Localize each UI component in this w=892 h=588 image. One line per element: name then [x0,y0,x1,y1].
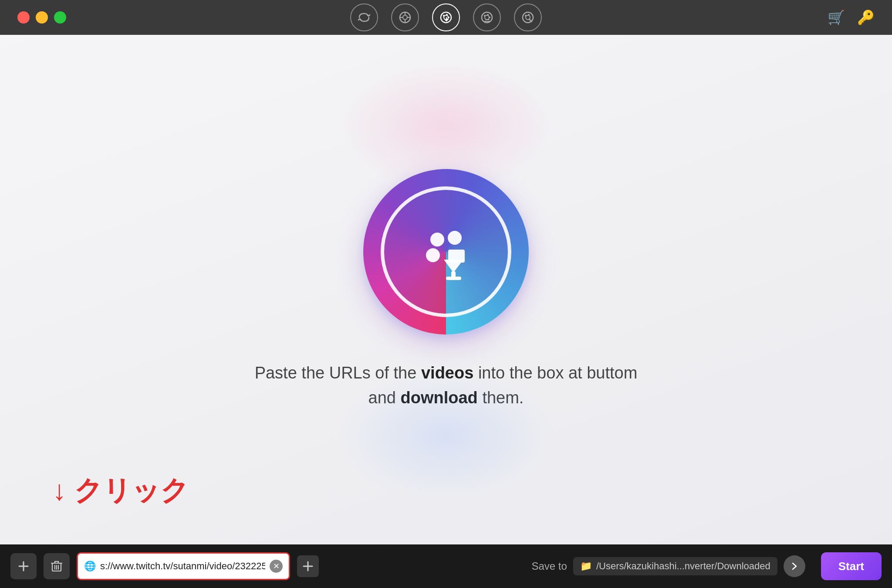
instruction-bold-videos: videos [421,364,473,382]
instruction-line2: and download them. [368,389,524,407]
trash-icon [51,560,62,572]
plus-icon [17,560,30,572]
nav-download-button[interactable] [432,3,460,31]
svg-point-8 [443,15,445,17]
nav-icon-wrapper-screen [473,3,501,31]
add-icon [302,560,314,572]
nav-screen-button[interactable] [473,3,501,31]
svg-point-22 [528,14,530,16]
nav-icon-wrapper-download [432,3,460,31]
svg-point-25 [448,231,462,245]
svg-point-1 [403,15,407,20]
main-content: Paste the URLs of the videos into the bo… [0,35,892,544]
titlebar-right: 🛒 🔑 [828,9,875,26]
app-icon-inner [381,186,511,317]
url-input-wrapper: 🌐 ✕ [77,552,290,580]
nav-icons-bar [350,3,542,31]
url-clear-button[interactable]: ✕ [270,560,283,573]
app-icon-wrapper [363,169,529,335]
globe-icon: 🌐 [84,561,96,572]
cart-icon[interactable]: 🛒 [828,9,845,26]
save-to-section: Save to 📁 /Users/kazukihashi...nverter/D… [532,555,805,577]
delete-button[interactable] [44,553,70,579]
save-to-label: Save to [532,560,567,572]
svg-point-21 [525,15,527,17]
svg-marker-28 [444,260,463,273]
nav-icon-wrapper-convert [350,3,378,31]
app-icon [363,169,529,335]
nav-toolbox-button[interactable] [514,3,542,31]
instruction-line1: Paste the URLs of the videos into the bo… [255,364,638,382]
instruction-text: Paste the URLs of the videos into the bo… [255,361,638,410]
maximize-button[interactable] [54,11,66,24]
click-hint: ↓ クリック [52,472,189,510]
window-controls [17,11,66,24]
svg-point-16 [489,17,490,18]
arrow-right-icon [790,561,799,571]
svg-rect-30 [446,277,461,280]
url-input[interactable] [100,561,265,572]
save-to-path-display: 📁 /Users/kazukihashi...nverter/Downloade… [573,557,777,575]
key-icon[interactable]: 🔑 [857,9,875,26]
start-button[interactable]: Start [821,552,882,580]
add-url-button[interactable] [10,553,37,579]
svg-point-9 [446,14,448,16]
app-icon-svg [402,208,490,295]
url-add-plus-button[interactable] [297,555,319,577]
nav-icon-wrapper-toolbox [514,3,542,31]
click-arrow: ↓ [52,475,66,506]
titlebar: 🛒 🔑 [0,0,892,35]
svg-point-26 [426,248,440,262]
svg-point-10 [448,17,449,18]
save-to-arrow-button[interactable] [784,555,805,577]
folder-icon: 📁 [580,561,592,572]
svg-point-24 [430,233,444,247]
click-text: クリック [74,475,189,506]
nav-icon-wrapper-burn [391,3,419,31]
minimize-button[interactable] [36,11,48,24]
close-button[interactable] [17,11,30,24]
svg-point-15 [487,14,489,16]
instruction-bold-download: download [401,389,478,407]
save-to-path-text: /Users/kazukihashi...nverter/Downloaded [596,561,770,572]
svg-point-23 [530,20,532,22]
nav-convert-button[interactable] [350,3,378,31]
bottom-bar: 🌐 ✕ Save to 📁 /Users/kazukihashi...nvert… [0,544,892,588]
svg-point-14 [484,15,486,17]
nav-burn-button[interactable] [391,3,419,31]
